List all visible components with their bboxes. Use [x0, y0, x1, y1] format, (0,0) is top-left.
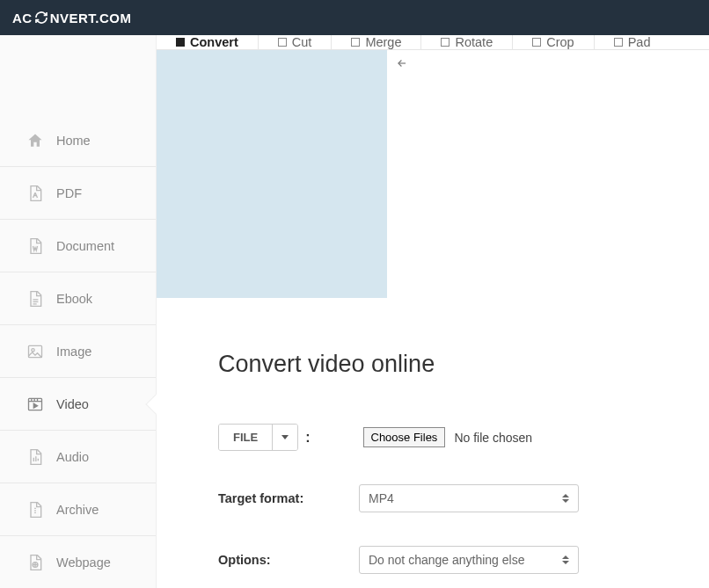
target-format-value: MP4	[369, 491, 394, 505]
sidebar-item-archive[interactable]: Archive	[0, 483, 156, 536]
sidebar-item-video[interactable]: Video	[0, 378, 156, 431]
sidebar-item-label: Video	[56, 397, 89, 411]
svg-point-1	[32, 348, 34, 351]
sidebar-item-document[interactable]: Document	[0, 220, 156, 272]
sidebar: HomePDFDocumentEbookImageVideoAudioArchi…	[0, 35, 157, 588]
sidebar-item-audio[interactable]: Audio	[0, 431, 156, 483]
sidebar-item-image[interactable]: Image	[0, 325, 156, 378]
ad-close-arrow[interactable]	[387, 50, 417, 298]
doc-icon	[26, 237, 44, 255]
sidebar-item-label: Home	[56, 134, 91, 148]
colon: :	[305, 430, 310, 446]
square-icon	[532, 38, 541, 47]
options-label: Options:	[218, 553, 359, 567]
audio-icon	[26, 448, 44, 466]
select-arrows-icon	[562, 494, 569, 503]
file-source-selector[interactable]: FILE	[218, 424, 298, 451]
square-icon	[278, 38, 287, 47]
square-icon	[614, 38, 623, 47]
sidebar-item-label: Image	[56, 345, 91, 359]
logo-prefix: AC	[12, 11, 33, 25]
tabs: ConvertCutMergeRotateCropPad	[157, 35, 709, 50]
select-arrows-icon	[562, 555, 569, 564]
site-logo[interactable]: AC NVERT.COM	[12, 11, 132, 25]
tab-label: Merge	[365, 35, 401, 49]
tab-label: Convert	[190, 35, 238, 49]
tab-rotate[interactable]: Rotate	[421, 35, 513, 49]
archive-icon	[26, 501, 44, 519]
pdf-icon	[26, 185, 44, 202]
ebook-icon	[26, 290, 44, 308]
web-icon	[26, 554, 44, 571]
page-title: Convert video online	[218, 351, 709, 378]
tab-convert[interactable]: Convert	[157, 35, 259, 49]
chevron-down-icon	[281, 435, 289, 439]
sidebar-item-label: Archive	[56, 503, 99, 517]
main-content: ConvertCutMergeRotateCropPad Convert vid…	[157, 35, 709, 588]
file-chosen-status: No file chosen	[454, 431, 532, 445]
image-icon	[26, 343, 44, 360]
sidebar-item-label: Audio	[56, 450, 89, 464]
tab-merge[interactable]: Merge	[332, 35, 421, 49]
square-icon	[176, 38, 185, 47]
target-format-label: Target format:	[218, 491, 359, 505]
sidebar-item-home[interactable]: Home	[0, 114, 156, 167]
header: AC NVERT.COM	[0, 0, 709, 35]
tab-label: Cut	[292, 35, 312, 49]
file-source-dropdown[interactable]	[272, 425, 297, 450]
sidebar-item-ebook[interactable]: Ebook	[0, 272, 156, 325]
sidebar-item-pdf[interactable]: PDF	[0, 167, 156, 220]
refresh-icon	[34, 11, 48, 25]
tab-crop[interactable]: Crop	[513, 35, 594, 49]
options-row: Options: Do not change anything else	[218, 546, 709, 574]
sidebar-item-label: Ebook	[56, 292, 92, 306]
sidebar-item-label: PDF	[56, 186, 82, 200]
ad-row	[157, 50, 709, 298]
tab-label: Rotate	[455, 35, 493, 49]
square-icon	[351, 38, 360, 47]
file-row: FILE : Choose Files No file chosen	[218, 424, 709, 451]
home-icon	[26, 132, 44, 149]
target-format-row: Target format: MP4	[218, 484, 709, 512]
square-icon	[441, 38, 450, 47]
video-icon	[26, 396, 44, 413]
arrow-left-icon	[396, 57, 408, 72]
options-value: Do not change anything else	[369, 553, 524, 567]
tab-label: Crop	[546, 35, 574, 49]
sidebar-item-webpage[interactable]: Webpage	[0, 536, 156, 588]
tab-cut[interactable]: Cut	[259, 35, 333, 49]
sidebar-item-label: Document	[56, 239, 114, 253]
file-source-button[interactable]: FILE	[219, 425, 272, 450]
logo-suffix: NVERT.COM	[50, 11, 132, 25]
target-format-select[interactable]: MP4	[359, 484, 579, 512]
tab-label: Pad	[628, 35, 651, 49]
ad-placeholder	[157, 50, 387, 298]
sidebar-item-label: Webpage	[56, 555, 111, 570]
options-select[interactable]: Do not change anything else	[359, 546, 579, 574]
choose-files-button[interactable]: Choose Files	[363, 427, 446, 447]
tab-pad[interactable]: Pad	[595, 35, 670, 49]
